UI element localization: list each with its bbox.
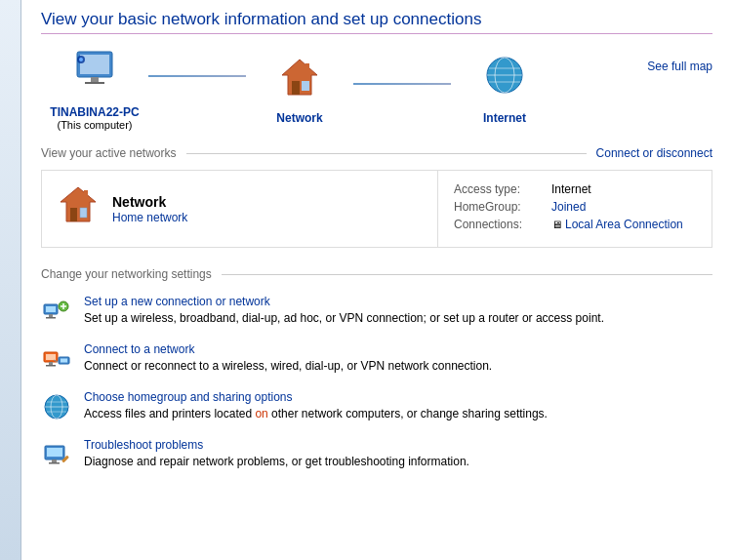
connect-network-title[interactable]: Connect to a network [84,342,492,356]
svg-rect-27 [46,354,56,360]
network-name: Network [112,194,187,210]
svg-rect-40 [52,460,57,462]
internet-label: Internet [483,111,526,125]
network-details: Access type: Internet HomeGroup: Joined … [438,171,712,247]
troubleshoot-desc: Diagnose and repair network problems, or… [84,455,469,468]
internet-icon [481,56,528,107]
section-line-1 [186,153,587,154]
computer-label: TINABINA22-PC [50,105,139,119]
line-1 [148,75,246,77]
svg-marker-15 [61,187,96,221]
connect-network-icon [41,343,72,375]
settings-item-connect-network: Connect to a network Connect or reconnec… [41,342,712,375]
connections-label: Connections: [454,218,551,231]
homegroup-content: Choose homegroup and sharing options Acc… [84,390,548,422]
change-settings-header: Change your networking settings [41,267,712,281]
svg-rect-16 [70,208,77,221]
line-2 [353,83,451,85]
homegroup-label: HomeGroup: [454,200,551,214]
network-type-link[interactable]: Home network [112,211,187,224]
network-map: TINABINA22-PC (This computer) [41,50,712,131]
homegroup-desc: Access files and printers located on oth… [84,407,548,420]
network-label: Network [276,111,322,125]
settings-items: Set up a new connection or network Set u… [41,295,712,470]
svg-rect-9 [305,63,309,71]
settings-item-troubleshoot: Troubleshoot problems Diagnose and repai… [41,438,712,470]
access-type-row: Access type: Internet [454,182,696,196]
troubleshoot-title[interactable]: Troubleshoot problems [84,438,469,452]
access-type-value: Internet [551,182,591,196]
svg-rect-3 [85,82,104,84]
svg-rect-29 [46,365,56,367]
svg-rect-31 [61,359,67,363]
network-identity: Network Home network [42,171,438,247]
computer-node: TINABINA22-PC (This computer) [41,50,148,131]
connect-network-desc: Connect or reconnect to a wireless, wire… [84,359,492,373]
on-highlight: on [255,407,267,420]
svg-rect-8 [302,81,309,91]
connection-indicator-icon: 🖥 [551,219,562,230]
new-connection-desc: Set up a wireless, broadband, dial-up, a… [84,311,604,325]
svg-rect-7 [292,81,300,95]
network-icon [276,56,323,107]
homegroup-icon [41,391,72,422]
svg-rect-20 [46,306,56,312]
computer-icon [71,50,118,101]
homegroup-row: HomeGroup: Joined [454,200,696,214]
home-network-icon [58,184,99,234]
svg-rect-17 [80,208,87,218]
homegroup-value[interactable]: Joined [551,200,586,214]
active-networks-box: Network Home network Access type: Intern… [41,170,712,248]
connect-network-content: Connect to a network Connect or reconnec… [84,342,492,375]
active-networks-header: View your active networks Connect or dis… [41,146,712,160]
internet-node: Internet [451,56,558,125]
svg-rect-41 [49,462,60,464]
svg-rect-18 [84,190,88,197]
troubleshoot-content: Troubleshoot problems Diagnose and repai… [84,438,469,470]
svg-rect-39 [47,448,62,457]
page-title: View your basic network information and … [41,10,712,34]
settings-item-new-connection: Set up a new connection or network Set u… [41,295,712,327]
connections-value[interactable]: Local Area Connection [565,218,683,231]
access-type-label: Access type: [454,182,551,196]
connections-row: Connections: 🖥 Local Area Connection [454,218,696,231]
network-identity-text: Network Home network [112,194,187,224]
svg-rect-2 [91,77,99,82]
connect-disconnect-link[interactable]: Connect or disconnect [596,146,712,160]
new-connection-title[interactable]: Set up a new connection or network [84,295,604,308]
svg-rect-1 [80,55,109,74]
homegroup-title[interactable]: Choose homegroup and sharing options [84,390,548,404]
svg-rect-22 [46,317,56,319]
computer-sublabel: (This computer) [57,119,132,131]
new-connection-content: Set up a new connection or network Set u… [84,295,604,327]
troubleshoot-icon [41,439,72,470]
svg-point-5 [79,58,83,61]
see-full-map-link[interactable]: See full map [647,60,712,73]
settings-item-homegroup: Choose homegroup and sharing options Acc… [41,390,712,422]
active-networks-label: View your active networks [41,146,177,160]
network-map-items: TINABINA22-PC (This computer) [41,50,647,131]
main-content: View your basic network information and … [21,0,732,560]
network-node: Network [246,56,353,125]
section-line-2 [222,274,712,275]
page-wrapper: View your basic network information and … [0,0,732,560]
svg-rect-21 [49,314,53,317]
change-settings-label: Change your networking settings [41,267,212,281]
new-connection-icon [41,296,72,327]
left-sidebar [0,0,21,560]
svg-rect-28 [49,362,53,365]
